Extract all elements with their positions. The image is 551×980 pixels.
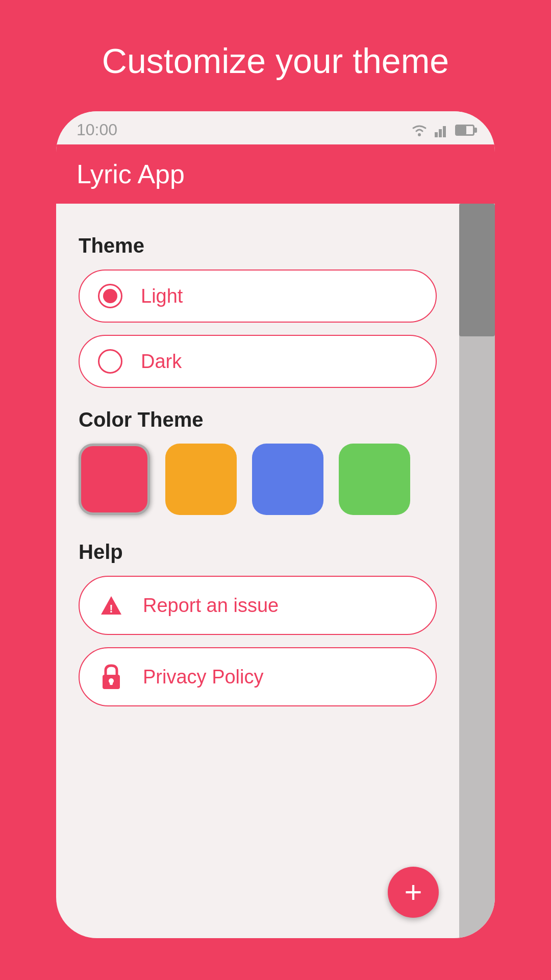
radio-light <box>98 284 122 308</box>
fab-plus-icon: + <box>404 877 422 908</box>
scrollbar-track[interactable] <box>459 204 495 938</box>
app-bar-title: Lyric App <box>77 159 185 189</box>
content-area: Theme Light Dark Color Theme <box>56 204 495 938</box>
status-icons <box>410 123 474 137</box>
svg-rect-7 <box>110 681 113 685</box>
theme-option-light[interactable]: Light <box>79 270 437 323</box>
help-section-label: Help <box>79 541 437 564</box>
wifi-icon <box>410 123 429 137</box>
color-swatch-green[interactable] <box>339 444 410 515</box>
color-theme-label: Color Theme <box>79 408 437 431</box>
battery-icon <box>455 125 474 136</box>
theme-light-label: Light <box>141 285 183 307</box>
app-bar: Lyric App <box>56 144 495 204</box>
report-issue-button[interactable]: ! Report an issue <box>79 576 437 635</box>
help-section: Help ! Report an issue <box>79 541 437 706</box>
color-swatch-red[interactable] <box>79 444 150 515</box>
warning-icon: ! <box>98 592 124 619</box>
color-swatches <box>79 444 437 515</box>
svg-point-0 <box>418 133 421 136</box>
signal-icon <box>435 123 449 137</box>
color-swatch-orange[interactable] <box>165 444 237 515</box>
phone-frame: 10:00 Lyric App <box>56 111 495 938</box>
theme-dark-label: Dark <box>141 351 182 373</box>
svg-rect-2 <box>439 129 442 137</box>
privacy-policy-label: Privacy Policy <box>143 666 264 688</box>
content-scroll: Theme Light Dark Color Theme <box>56 204 459 938</box>
theme-option-dark[interactable]: Dark <box>79 335 437 388</box>
status-time: 10:00 <box>77 120 117 139</box>
fab-button[interactable]: + <box>388 867 439 918</box>
scrollbar-thumb[interactable] <box>459 204 495 336</box>
svg-rect-1 <box>435 132 438 137</box>
privacy-policy-button[interactable]: Privacy Policy <box>79 647 437 706</box>
status-bar: 10:00 <box>56 111 495 144</box>
svg-rect-3 <box>443 126 446 137</box>
svg-text:!: ! <box>109 602 113 615</box>
theme-section-label: Theme <box>79 234 437 257</box>
lock-icon <box>98 664 124 690</box>
report-issue-label: Report an issue <box>143 595 279 617</box>
radio-dark <box>98 349 122 374</box>
color-swatch-blue[interactable] <box>252 444 323 515</box>
page-title: Customize your theme <box>102 41 449 81</box>
color-theme-section: Color Theme <box>79 408 437 515</box>
